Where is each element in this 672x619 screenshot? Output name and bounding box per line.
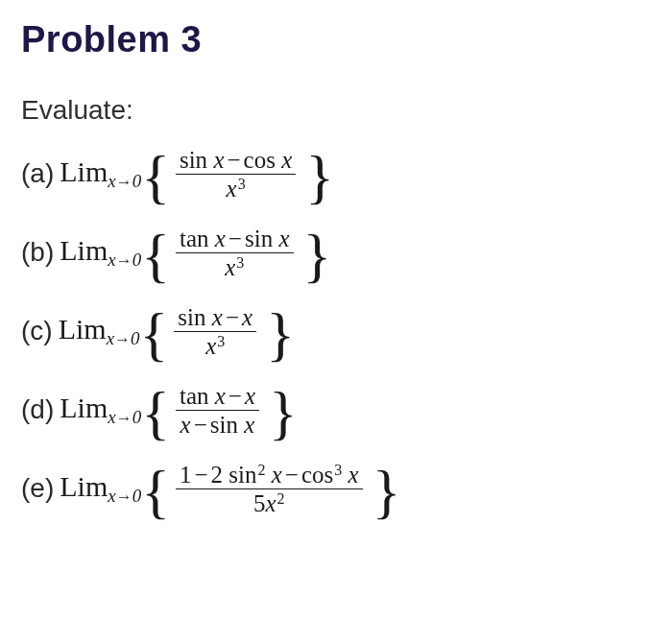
fraction: sin x−x x3 (174, 303, 256, 360)
limit-operator: Limx→0 (60, 472, 141, 505)
lim-subscript: x→0 (107, 328, 140, 348)
numerator: sin x−x (174, 303, 256, 332)
numerator: 1−2 sin2 x−cos3 x (176, 461, 363, 489)
fraction: tan x−x x−sin x (176, 382, 259, 439)
problem-title: Problem 3 (21, 19, 651, 60)
problem-item: (e) Limx→0 { 1−2 sin2 x−cos3 x 5x2 } (21, 450, 651, 527)
problem-item: (b) Limx→0 { tan x−sin x x3 } (21, 214, 651, 291)
limit-operator: Limx→0 (60, 393, 141, 426)
denominator: x3 (221, 253, 248, 281)
numerator: tan x−x (176, 382, 259, 411)
problem-item: (d) Limx→0 { tan x−x x−sin x } (21, 371, 651, 448)
lim-word: Lim (59, 313, 107, 345)
denominator: x3 (223, 175, 250, 202)
lim-subscript: x→0 (108, 486, 141, 506)
problem-item: (a) Limx→0 { sin x−cos x x3 } (21, 135, 651, 212)
denominator: 5x2 (250, 489, 289, 517)
lim-word: Lim (60, 470, 108, 502)
item-label: (b) (21, 239, 54, 266)
limit-operator: Limx→0 (60, 157, 141, 190)
item-label: (a) (21, 160, 54, 187)
limit-operator: Limx→0 (59, 315, 140, 347)
lim-subscript: x→0 (108, 407, 141, 427)
lim-subscript: x→0 (108, 171, 141, 191)
lim-word: Lim (60, 155, 108, 187)
item-label: (e) (21, 475, 54, 502)
lim-subscript: x→0 (108, 250, 141, 270)
numerator: tan x−sin x (176, 225, 294, 253)
fraction: sin x−cos x x3 (176, 146, 296, 202)
problem-list: (a) Limx→0 { sin x−cos x x3 } (b) Limx→0… (21, 135, 651, 527)
denominator: x−sin x (177, 411, 259, 439)
item-label: (c) (21, 318, 53, 345)
lim-word: Lim (60, 234, 108, 266)
fraction: 1−2 sin2 x−cos3 x 5x2 (176, 461, 363, 517)
prompt-text: Evaluate: (21, 95, 651, 126)
problem-item: (c) Limx→0 { sin x−x x3 } (21, 293, 651, 369)
limit-operator: Limx→0 (60, 236, 141, 269)
lim-word: Lim (60, 392, 108, 423)
fraction: tan x−sin x x3 (176, 225, 294, 281)
item-label: (d) (21, 396, 54, 423)
numerator: sin x−cos x (176, 146, 296, 175)
denominator: x3 (202, 332, 228, 360)
